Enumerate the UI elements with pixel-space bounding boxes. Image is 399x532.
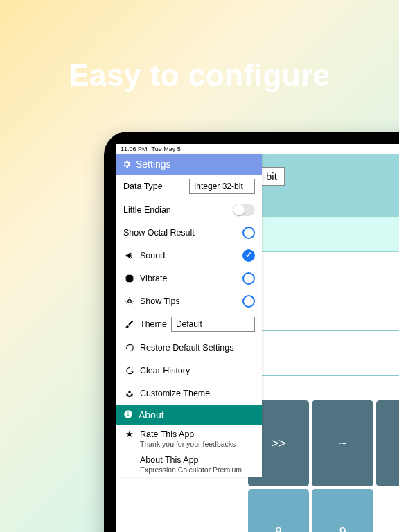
restore-label: Restore Default Settings bbox=[140, 343, 255, 353]
about-section-label: About bbox=[139, 409, 164, 420]
row-vibrate: Vibrate bbox=[116, 267, 262, 290]
rate-label: Rate This App bbox=[140, 429, 255, 439]
customize-theme-label: Customize Theme bbox=[140, 389, 255, 398]
show-tips-check[interactable] bbox=[242, 295, 255, 308]
vibrate-check[interactable] bbox=[242, 272, 255, 285]
tablet-frame: 11:06 PM Tue May 5 -bit >> ~ ^ bbox=[104, 132, 399, 532]
row-about-app[interactable]: About This App Expression Calculator Pre… bbox=[116, 452, 262, 477]
svg-rect-3 bbox=[127, 411, 128, 412]
about-app-label: About This App bbox=[140, 455, 255, 465]
show-octal-check[interactable] bbox=[242, 227, 255, 239]
about-section-header: About bbox=[116, 405, 262, 425]
row-clear-history[interactable]: Clear History bbox=[116, 359, 262, 382]
row-restore[interactable]: Restore Default Settings bbox=[116, 336, 262, 359]
rate-subtext: Thank you for your feedbacks bbox=[123, 439, 236, 448]
gear-icon bbox=[122, 159, 132, 169]
key-tilde[interactable]: ~ bbox=[312, 400, 373, 486]
data-type-select[interactable]: Integer 32-bit bbox=[189, 179, 255, 194]
theme-icon bbox=[123, 319, 136, 329]
row-show-octal: Show Octal Result bbox=[116, 221, 262, 244]
key-caret[interactable]: ^ bbox=[376, 400, 399, 486]
status-date: Tue May 5 bbox=[152, 145, 181, 154]
key-8[interactable]: 8 bbox=[248, 489, 310, 532]
show-octal-label: Show Octal Result bbox=[123, 228, 242, 238]
data-type-label: Data Type bbox=[123, 181, 189, 191]
vibrate-label: Vibrate bbox=[140, 274, 242, 283]
settings-header: Settings bbox=[116, 154, 262, 175]
clear-history-label: Clear History bbox=[140, 366, 255, 375]
row-show-tips: Show Tips bbox=[116, 290, 262, 312]
screen: 11:06 PM Tue May 5 -bit >> ~ ^ bbox=[116, 144, 399, 532]
restore-icon bbox=[123, 343, 136, 353]
row-little-endian: Little Endian bbox=[116, 198, 262, 221]
little-endian-toggle[interactable] bbox=[233, 204, 255, 216]
theme-label: Theme bbox=[140, 319, 167, 329]
hero-title: Easy to configure bbox=[69, 58, 330, 93]
star-icon: ★ bbox=[123, 429, 136, 439]
settings-panel: Settings Data Type Integer 32-bit Little… bbox=[116, 154, 262, 477]
customize-icon bbox=[123, 389, 136, 398]
status-bar: 11:06 PM Tue May 5 bbox=[116, 144, 399, 154]
svg-rect-2 bbox=[127, 413, 128, 416]
row-theme: Theme Default bbox=[116, 312, 262, 336]
row-customize-theme[interactable]: Customize Theme bbox=[116, 382, 262, 405]
key-9[interactable]: 9 bbox=[312, 489, 373, 532]
row-rate-app[interactable]: ★ Rate This App Thank you for your feedb… bbox=[116, 425, 262, 452]
about-app-subtext: Expression Calculator Premium bbox=[123, 465, 242, 474]
row-data-type: Data Type Integer 32-bit bbox=[116, 175, 262, 198]
settings-title: Settings bbox=[136, 159, 171, 170]
sound-icon bbox=[123, 251, 136, 260]
tips-icon bbox=[123, 296, 136, 306]
svg-point-0 bbox=[128, 299, 132, 303]
status-time: 11:06 PM bbox=[121, 145, 148, 154]
show-tips-label: Show Tips bbox=[140, 296, 242, 306]
sound-label: Sound bbox=[140, 251, 242, 260]
history-icon bbox=[123, 366, 136, 375]
info-icon bbox=[123, 409, 133, 421]
row-sound: Sound bbox=[116, 244, 262, 267]
theme-select[interactable]: Default bbox=[171, 317, 255, 332]
little-endian-label: Little Endian bbox=[123, 205, 233, 215]
sound-check[interactable] bbox=[242, 249, 255, 262]
vibrate-icon bbox=[123, 274, 136, 283]
